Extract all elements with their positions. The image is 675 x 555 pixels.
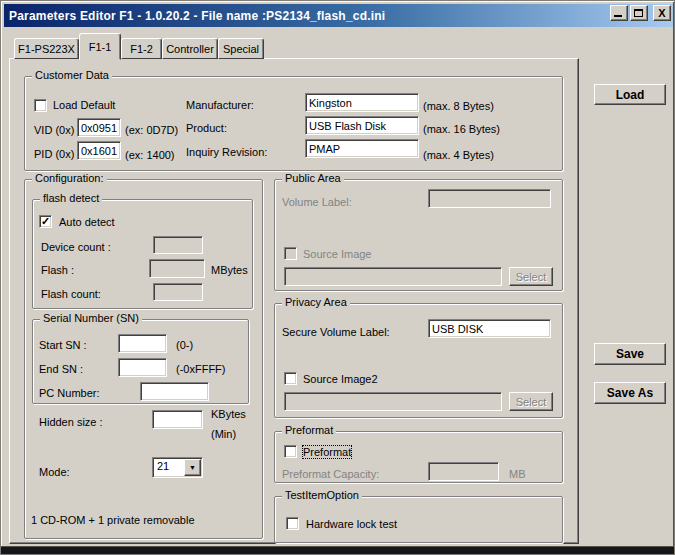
end-sn-label: End SN :	[39, 363, 83, 375]
source-image-checkbox	[284, 247, 297, 260]
source-image2-label: Source Image2	[303, 373, 378, 385]
preformat-capacity-unit-label: MB	[509, 468, 526, 480]
vid-hint: (ex: 0D7D)	[125, 124, 178, 136]
inquiry-revision-label: Inquiry Revision:	[186, 146, 267, 158]
configuration-status-text: 1 CD-ROM + 1 private removable	[31, 514, 195, 526]
pc-number-label: PC Number:	[39, 387, 100, 399]
maximize-button[interactable]	[630, 5, 648, 21]
flash-label: Flash :	[41, 264, 74, 276]
source-image-path-input	[284, 267, 502, 286]
public-area-legend: Public Area	[282, 172, 344, 184]
flash-count-input	[153, 283, 203, 301]
public-select-button: Select	[509, 267, 553, 286]
manufacturer-input[interactable]	[305, 93, 419, 112]
pc-number-input[interactable]	[140, 382, 209, 401]
test-item-option-legend: TestItemOption	[282, 489, 362, 501]
configuration-legend: Configuration:	[32, 172, 107, 184]
secure-volume-label-label: Secure Volume Label:	[282, 326, 390, 338]
window-bottom-edge	[1, 546, 675, 554]
manufacturer-label: Manufacturer:	[186, 99, 254, 111]
inquiry-revision-input[interactable]	[305, 139, 419, 158]
vid-label: VID (0x)	[34, 124, 74, 136]
flash-unit-label: MBytes	[211, 264, 248, 276]
close-icon: X	[654, 6, 670, 20]
customer-data-legend: Customer Data	[32, 69, 112, 81]
vid-input[interactable]	[77, 118, 121, 137]
preformat-capacity-label: Preformat Capacity:	[282, 468, 379, 480]
product-hint: (max. 16 Bytes)	[423, 123, 500, 135]
device-count-input	[153, 236, 203, 254]
source-image2-path-input	[284, 392, 502, 411]
flash-input	[149, 259, 205, 278]
tab-label: Special	[223, 43, 259, 55]
secure-volume-label-input[interactable]	[428, 319, 551, 338]
tab-controller[interactable]: Controller	[162, 38, 218, 59]
serial-number-legend: Serial Number (SN)	[40, 312, 142, 324]
save-as-button[interactable]: Save As	[594, 382, 666, 404]
product-input[interactable]	[305, 116, 419, 135]
auto-detect-checkbox[interactable]: ✓	[39, 215, 52, 228]
mode-select[interactable]: 21 ▼	[152, 457, 203, 478]
tab-label: F1-PS223X	[18, 43, 75, 55]
load-default-label: Load Default	[53, 99, 115, 111]
hardware-lock-test-label: Hardware lock test	[306, 518, 397, 530]
minimize-button[interactable]	[610, 5, 628, 21]
load-default-checkbox[interactable]	[34, 99, 47, 112]
save-button[interactable]: Save	[594, 343, 666, 365]
tab-f1-ps223x[interactable]: F1-PS223X	[14, 38, 79, 59]
hidden-size-label: Hidden size :	[39, 416, 103, 428]
parameters-editor-window: Parameters Editor F1 - 1.0.20.2 - File n…	[0, 0, 675, 555]
pid-label: PID (0x)	[34, 148, 74, 160]
chevron-down-icon: ▼	[189, 464, 196, 471]
title-bar[interactable]: Parameters Editor F1 - 1.0.20.2 - File n…	[4, 4, 673, 27]
pid-input[interactable]	[77, 141, 121, 160]
tab-label: F1-2	[130, 43, 153, 55]
product-label: Product:	[186, 122, 227, 134]
start-sn-hint: (0-)	[176, 339, 193, 351]
auto-detect-label: Auto detect	[59, 216, 115, 228]
end-sn-hint: (-0xFFFF)	[176, 363, 225, 375]
tab-special[interactable]: Special	[218, 38, 264, 59]
hidden-size-unit-label: KBytes	[211, 408, 246, 420]
start-sn-label: Start SN :	[39, 339, 87, 351]
window-title: Parameters Editor F1 - 1.0.20.2 - File n…	[4, 9, 385, 23]
manufacturer-hint: (max. 8 Bytes)	[423, 100, 494, 112]
flash-count-label: Flash count:	[41, 288, 101, 300]
end-sn-input[interactable]	[118, 358, 167, 377]
volume-label-input	[428, 189, 551, 208]
tab-f1-2[interactable]: F1-2	[121, 38, 162, 59]
load-button[interactable]: Load	[594, 84, 666, 105]
maximize-icon	[634, 9, 643, 17]
privacy-select-button: Select	[509, 392, 553, 411]
mode-dropdown-button[interactable]: ▼	[184, 459, 201, 476]
hardware-lock-test-checkbox[interactable]	[286, 517, 299, 530]
tab-f1-1[interactable]: F1-1	[79, 33, 121, 60]
mode-label: Mode:	[39, 466, 70, 478]
preformat-label: Preformat	[303, 446, 351, 458]
preformat-capacity-input	[428, 462, 499, 481]
flash-detect-legend: flash detect	[40, 192, 102, 204]
inquiry-revision-hint: (max. 4 Bytes)	[423, 149, 494, 161]
minimize-icon	[614, 15, 622, 17]
tab-label: F1-1	[89, 41, 112, 53]
tab-label: Controller	[166, 43, 214, 55]
mode-value: 21	[157, 460, 169, 472]
device-count-label: Device count :	[41, 241, 111, 253]
preformat-legend: Preformat	[282, 424, 336, 436]
hidden-size-input[interactable]	[152, 410, 203, 429]
source-image2-checkbox[interactable]	[284, 372, 297, 385]
privacy-area-legend: Privacy Area	[282, 296, 350, 308]
volume-label-label: Volume Label:	[282, 196, 352, 208]
source-image-label: Source Image	[303, 248, 371, 260]
hidden-size-min-label: (Min)	[211, 428, 236, 440]
preformat-checkbox[interactable]	[284, 445, 297, 458]
start-sn-input[interactable]	[118, 334, 167, 353]
pid-hint: (ex: 1400)	[125, 149, 175, 161]
close-button[interactable]: X	[653, 5, 671, 21]
